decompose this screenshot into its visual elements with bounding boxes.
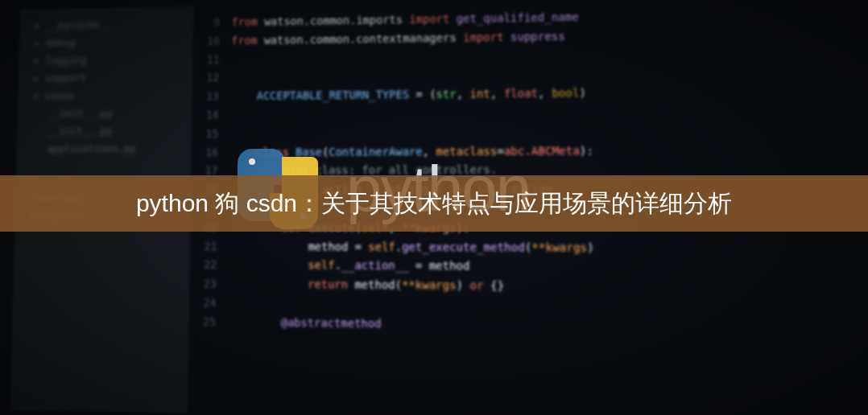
sidebar-item: ▸ __pycache__ bbox=[19, 14, 193, 35]
line-number: 25 bbox=[188, 313, 228, 332]
sidebar-item: ▸ debug bbox=[19, 32, 193, 52]
sidebar-item: applications.py bbox=[17, 139, 192, 158]
line-number: 23 bbox=[189, 275, 229, 294]
sidebar-item: ▸ support bbox=[19, 68, 192, 87]
line-number: 24 bbox=[189, 294, 229, 313]
line-number: 21 bbox=[190, 237, 229, 257]
line-number: 9 bbox=[193, 14, 232, 33]
sidebar-item: ▾ views bbox=[18, 85, 192, 105]
article-title: python 狗 csdn：关于其技术特点与应用场景的详细分析 bbox=[136, 187, 732, 220]
line-number: 10 bbox=[192, 32, 231, 51]
line-number: 11 bbox=[192, 51, 231, 70]
line-number: 22 bbox=[189, 256, 229, 275]
line-number: 13 bbox=[192, 88, 230, 107]
sidebar-item: __init__.py bbox=[17, 121, 192, 141]
line-number: 14 bbox=[192, 106, 230, 125]
sidebar-item: __init__.py bbox=[18, 103, 192, 122]
line-number: 16 bbox=[191, 143, 229, 162]
line-number: 12 bbox=[192, 69, 231, 88]
sidebar-item: ▸ logging bbox=[19, 50, 192, 70]
line-number: 15 bbox=[192, 125, 230, 143]
title-banner: python 狗 csdn：关于其技术特点与应用场景的详细分析 bbox=[0, 175, 868, 232]
